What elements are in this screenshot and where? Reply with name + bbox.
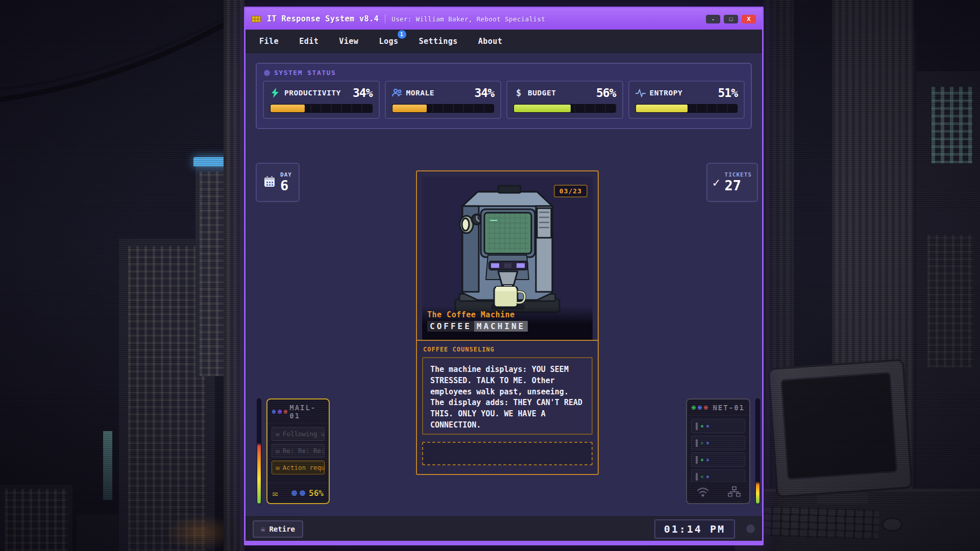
checkmark-icon: ✓ bbox=[713, 176, 720, 190]
building bbox=[916, 71, 980, 551]
mail-item-label: Action requ… bbox=[283, 464, 325, 471]
widget-dot bbox=[272, 410, 276, 414]
mail-item-highlighted[interactable]: ✉ Action requ… bbox=[272, 461, 325, 474]
card-subtitle-word: MACHINE bbox=[474, 321, 528, 332]
meter-label: ENTROPY bbox=[650, 89, 683, 97]
progress-track bbox=[392, 104, 495, 113]
crt-monitor bbox=[767, 359, 913, 498]
mail-meter-bar bbox=[257, 398, 261, 504]
keyboard bbox=[761, 506, 879, 540]
menu-item-edit[interactable]: Edit bbox=[292, 34, 325, 49]
window-title: IT Response System v8.4 bbox=[267, 14, 379, 23]
network-widget-footer bbox=[687, 482, 749, 503]
event-section-label: COFFEE COUNSELING bbox=[423, 346, 592, 353]
widget-dot bbox=[692, 406, 696, 410]
window-frame-pillar bbox=[224, 0, 245, 551]
mail-item-label: Following u… bbox=[283, 430, 325, 438]
status-orb bbox=[746, 524, 755, 533]
productivity-meter-card: PRODUCTIVITY 34% bbox=[263, 81, 380, 119]
skull-icon: ☠ bbox=[261, 525, 265, 533]
user-label: User: William Baker, Reboot Specialist bbox=[391, 15, 545, 23]
titlebar-divider bbox=[385, 14, 385, 23]
day-label: DAY bbox=[280, 172, 292, 178]
envelope-icon: ✉ bbox=[276, 464, 280, 471]
clock-display: 01:14 PM bbox=[654, 519, 735, 539]
meter-label: BUDGET bbox=[528, 89, 556, 97]
mail-item[interactable]: ✉ Following u… bbox=[272, 427, 325, 441]
tickets-label: TICKETS bbox=[725, 172, 752, 178]
progress-track bbox=[270, 104, 373, 113]
title-bar: IT Response System v8.4 User: William Ba… bbox=[246, 8, 762, 30]
widget-dot bbox=[284, 410, 287, 414]
productivity-progress-fill bbox=[271, 105, 305, 112]
card-subtitle-word: COFFEE bbox=[427, 321, 474, 332]
choice-placeholder bbox=[422, 442, 593, 465]
widget-dot bbox=[278, 410, 281, 414]
envelope-icon: ✉ bbox=[276, 447, 280, 455]
tickets-value: 27 bbox=[725, 178, 752, 193]
mail-widget-footer: ✉ 56% bbox=[267, 483, 329, 503]
menu-item-logs[interactable]: Logs 1 bbox=[372, 34, 405, 49]
tickets-counter: ✓ TICKETS 27 bbox=[706, 163, 758, 202]
app-footer: ☠ Retire 01:14 PM bbox=[246, 516, 762, 541]
meter-value: 51% bbox=[718, 86, 738, 99]
entropy-progress-fill bbox=[636, 105, 688, 112]
day-value: 6 bbox=[280, 178, 292, 193]
progress-track bbox=[635, 104, 738, 113]
envelope-icon: ✉ bbox=[276, 430, 280, 438]
card-name-band: The Coffee Machine COFFEEMACHINE bbox=[422, 306, 593, 340]
server-row bbox=[691, 469, 745, 482]
retire-button[interactable]: ☠ Retire bbox=[253, 520, 303, 538]
widget-dot bbox=[704, 406, 708, 410]
menu-item-file[interactable]: File bbox=[253, 34, 285, 49]
system-status-panel: SYSTEM STATUS PRODUCTIVITY 34% bbox=[256, 63, 752, 129]
budget-progress-fill bbox=[514, 105, 571, 112]
mail-capacity-value: 56% bbox=[309, 488, 324, 498]
meter-label: PRODUCTIVITY bbox=[284, 89, 341, 97]
unread-dot bbox=[291, 490, 297, 496]
budget-meter-card: $ BUDGET 56% bbox=[506, 81, 623, 119]
progress-track bbox=[513, 104, 616, 113]
envelope-icon: ✉ bbox=[273, 488, 278, 498]
calendar-icon bbox=[263, 176, 276, 190]
server-row bbox=[691, 419, 745, 433]
lan-icon bbox=[727, 486, 741, 499]
card-title: The Coffee Machine bbox=[427, 310, 587, 319]
mail-item[interactable]: ✉ Re: Re: Re:… bbox=[272, 444, 325, 458]
people-icon bbox=[392, 88, 402, 98]
card-divider bbox=[417, 340, 598, 341]
widget-dot bbox=[698, 406, 702, 410]
main-content: SYSTEM STATUS PRODUCTIVITY 34% bbox=[246, 53, 762, 516]
network-widget[interactable]: NET-01 bbox=[686, 398, 750, 504]
server-row bbox=[691, 436, 745, 450]
mail-list: ✉ Following u… ✉ Re: Re: Re:… ✉ Action r… bbox=[267, 423, 329, 483]
network-widget-header: NET-01 bbox=[687, 399, 749, 415]
menu-item-settings[interactable]: Settings bbox=[412, 34, 464, 49]
maximize-button[interactable]: □ bbox=[724, 15, 738, 23]
menu-item-logs-label: Logs bbox=[379, 37, 398, 46]
minimize-button[interactable]: - bbox=[706, 15, 720, 23]
menu-item-about[interactable]: About bbox=[472, 34, 509, 49]
building bbox=[0, 485, 72, 551]
app-chip-icon bbox=[252, 16, 261, 22]
meter-value: 34% bbox=[474, 86, 494, 99]
hanging-cable bbox=[0, 0, 255, 112]
dollar-icon: $ bbox=[513, 88, 524, 98]
entropy-meter-card: ENTROPY 51% bbox=[628, 81, 745, 119]
mail-widget-title: MAIL-01 bbox=[289, 404, 324, 420]
server-row bbox=[691, 453, 745, 467]
menu-item-view[interactable]: View bbox=[332, 34, 365, 49]
coffee-machine-illustration bbox=[447, 184, 568, 315]
status-dot-icon bbox=[264, 70, 270, 76]
morale-meter-card: MORALE 34% bbox=[385, 81, 502, 119]
close-button[interactable]: X bbox=[742, 15, 756, 23]
logs-notification-badge: 1 bbox=[398, 30, 406, 39]
system-status-header: SYSTEM STATUS bbox=[274, 69, 336, 77]
wifi-icon bbox=[696, 487, 709, 499]
mail-widget[interactable]: MAIL-01 ✉ Following u… ✉ Re: Re: Re:… ✉ … bbox=[266, 398, 330, 504]
lightning-icon bbox=[270, 88, 280, 98]
unread-dot bbox=[300, 490, 305, 496]
date-badge: 03/23 bbox=[554, 185, 587, 197]
event-text: The machine displays: YOU SEEM STRESSED.… bbox=[422, 357, 593, 435]
lit-building-column bbox=[103, 431, 112, 500]
